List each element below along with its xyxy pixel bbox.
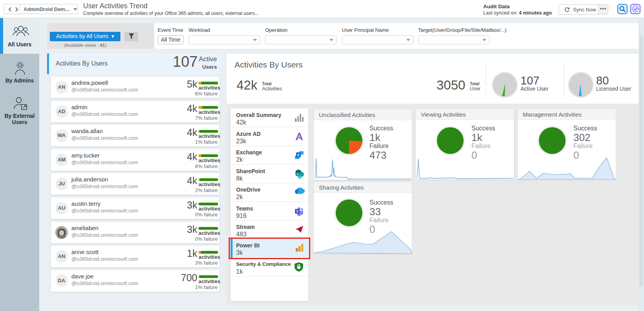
svg-text:E: E — [297, 153, 300, 157]
svg-text:S: S — [297, 172, 299, 176]
svg-text:T: T — [296, 209, 298, 213]
